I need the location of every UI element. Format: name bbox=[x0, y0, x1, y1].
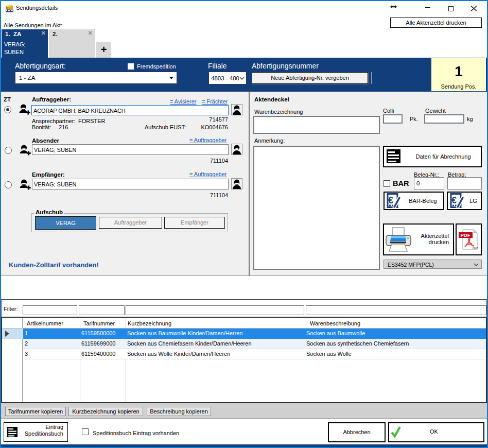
svg-text:€: € bbox=[388, 195, 393, 205]
svg-text:PDF: PDF bbox=[461, 232, 470, 238]
svg-text:Adobe: Adobe bbox=[472, 246, 478, 249]
svg-text:€: € bbox=[451, 195, 457, 205]
